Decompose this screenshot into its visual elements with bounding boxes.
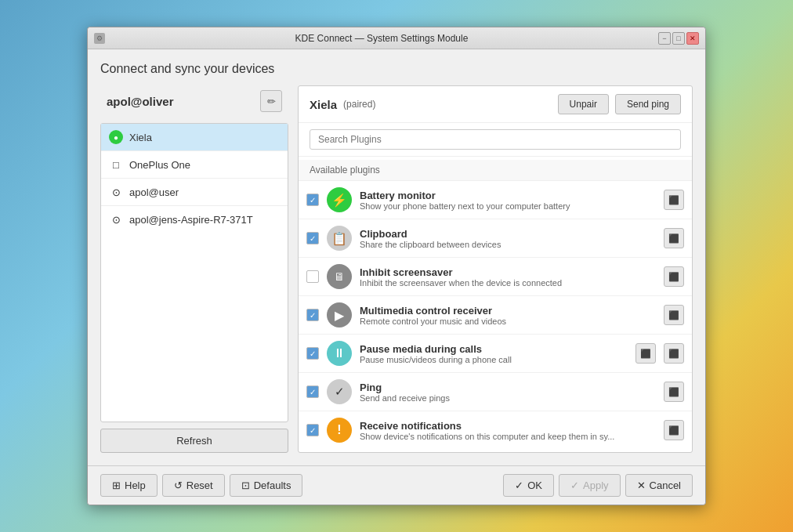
plugin-name-multimedia: Multimedia control receiver <box>360 305 656 317</box>
main-area: apol@oliver ✏ ● Xiela □ OnePlus One ⊙ ap… <box>100 85 693 453</box>
reset-button[interactable]: ↺ Reset <box>162 474 225 497</box>
plugin-extra-pause-media[interactable]: ⬛ <box>635 343 656 364</box>
plugin-item-pause-media: ✓ ⏸ Pause media during calls Pause music… <box>299 335 692 373</box>
plugin-item-clipboard: ✓ 📋 Clipboard Share the clipboard betwee… <box>299 219 692 258</box>
page-title: Connect and sync your devices <box>100 62 693 76</box>
plugin-desc-clipboard: Share the clipboard between devices <box>360 240 656 249</box>
apply-icon: ✓ <box>570 480 579 491</box>
defaults-button[interactable]: ⊡ Defaults <box>230 474 303 497</box>
plugin-settings-pause-media[interactable]: ⬛ <box>664 343 684 364</box>
close-button[interactable]: ✕ <box>686 32 699 45</box>
user-header: apol@oliver ✏ <box>100 85 288 117</box>
device-pair-status: (paired) <box>343 99 375 110</box>
right-panel: Xiela (paired) Unpair Send ping Availabl… <box>298 85 693 453</box>
plugin-item-battery-monitor: ✓ ⚡ Battery monitor Show your phone batt… <box>299 181 692 219</box>
device-label-apoluser: apol@user <box>129 186 179 198</box>
titlebar: ⚙ KDE Connect — System Settings Module −… <box>88 27 705 49</box>
window-icon: ⚙ <box>94 33 105 44</box>
defaults-icon: ⊡ <box>241 480 250 491</box>
ok-label: OK <box>527 480 542 491</box>
defaults-label: Defaults <box>254 480 291 491</box>
refresh-button[interactable]: Refresh <box>100 429 288 453</box>
device-label-xiela: Xiela <box>129 132 152 143</box>
plugin-item-receive-notifications: ✓ ! Receive notifications Show device's … <box>299 411 692 449</box>
plugin-settings-battery-monitor[interactable]: ⬛ <box>664 190 684 210</box>
plugins-list: Available plugins ✓ ⚡ Battery monitor Sh… <box>299 157 692 452</box>
search-bar <box>299 123 692 157</box>
device-list: ● Xiela □ OnePlus One ⊙ apol@user ⊙ apol… <box>100 123 288 422</box>
send-ping-button[interactable]: Send ping <box>615 94 681 114</box>
edit-username-button[interactable]: ✏ <box>260 90 282 112</box>
maximize-button[interactable]: □ <box>672 32 685 45</box>
ok-icon: ✓ <box>515 480 523 491</box>
device-icon-oneplus: □ <box>109 157 123 172</box>
left-panel: apol@oliver ✏ ● Xiela □ OnePlus One ⊙ ap… <box>100 85 288 453</box>
plugin-name-inhibit-screensaver: Inhibit screensaver <box>360 266 656 278</box>
plugin-name-pause-media: Pause media during calls <box>360 343 628 355</box>
plugin-desc-receive-notifications: Show device's notifications on this comp… <box>360 432 656 441</box>
device-header: Xiela (paired) Unpair Send ping <box>299 86 692 123</box>
plugin-checkbox-receive-notifications[interactable]: ✓ <box>306 424 319 436</box>
plugin-desc-multimedia: Remote control your music and videos <box>360 317 656 326</box>
device-icon-apoluser: ⊙ <box>109 185 123 199</box>
reset-label: Reset <box>186 480 213 491</box>
plugin-name-clipboard: Clipboard <box>360 228 656 240</box>
plugin-settings-multimedia[interactable]: ⬛ <box>664 305 684 325</box>
plugin-desc-inhibit-screensaver: Inhibit the screensaver when the device … <box>360 278 656 288</box>
device-label-oneplus: OnePlus One <box>129 159 190 171</box>
bottom-bar-left: ⊞ Help ↺ Reset ⊡ Defaults <box>100 474 302 497</box>
plugin-checkbox-pause-media[interactable]: ✓ <box>306 347 319 360</box>
titlebar-left: ⚙ <box>94 33 105 44</box>
apply-button[interactable]: ✓ Apply <box>559 474 621 497</box>
plugin-checkbox-battery-monitor[interactable]: ✓ <box>306 194 319 206</box>
window-content: Connect and sync your devices apol@olive… <box>88 49 705 465</box>
device-item-oneplus[interactable]: □ OnePlus One <box>101 151 288 179</box>
device-actions: Unpair Send ping <box>558 94 681 114</box>
device-item-apoluser[interactable]: ⊙ apol@user <box>101 179 288 206</box>
device-title: Xiela (paired) <box>310 98 375 111</box>
device-item-xiela[interactable]: ● Xiela <box>101 124 288 151</box>
plugin-checkbox-inhibit-screensaver[interactable] <box>306 270 319 283</box>
apply-label: Apply <box>583 480 609 491</box>
unpair-button[interactable]: Unpair <box>558 94 609 114</box>
plugin-settings-inhibit-screensaver[interactable]: ⬛ <box>664 266 684 287</box>
plugin-info-pause-media: Pause media during calls Pause music/vid… <box>360 343 628 364</box>
plugin-item-ping: ✓ ✓ Ping Send and receive pings ⬛ <box>299 373 692 411</box>
help-icon: ⊞ <box>112 480 121 491</box>
plugin-settings-receive-notifications[interactable]: ⬛ <box>664 420 684 440</box>
plugin-icon-receive-notifications: ! <box>327 418 352 443</box>
ok-button[interactable]: ✓ OK <box>503 474 554 497</box>
plugin-name-battery-monitor: Battery monitor <box>360 190 656 201</box>
plugin-name-ping: Ping <box>360 382 656 393</box>
plugin-info-receive-notifications: Receive notifications Show device's noti… <box>360 420 656 441</box>
plugin-checkbox-clipboard[interactable]: ✓ <box>306 232 319 244</box>
search-plugins-input[interactable] <box>310 129 681 150</box>
cancel-icon: ✕ <box>637 480 646 491</box>
plugin-info-inhibit-screensaver: Inhibit screensaver Inhibit the screensa… <box>360 266 656 288</box>
help-label: Help <box>125 480 146 491</box>
plugin-checkbox-ping[interactable]: ✓ <box>306 385 319 398</box>
device-icon-xiela: ● <box>109 130 123 144</box>
help-button[interactable]: ⊞ Help <box>100 474 158 497</box>
plugin-name-receive-notifications: Receive notifications <box>360 420 656 432</box>
cancel-button[interactable]: ✕ Cancel <box>625 474 693 497</box>
plugin-item-multimedia: ✓ ▶ Multimedia control receiver Remote c… <box>299 296 692 335</box>
plugin-info-multimedia: Multimedia control receiver Remote contr… <box>360 305 656 326</box>
plugin-settings-clipboard[interactable]: ⬛ <box>664 228 684 248</box>
plugin-checkbox-multimedia[interactable]: ✓ <box>306 309 319 321</box>
plugin-icon-pause-media: ⏸ <box>327 341 352 366</box>
device-label-apoljens: apol@jens-Aspire-R7-371T <box>129 214 253 226</box>
titlebar-controls: − □ ✕ <box>658 32 699 45</box>
plugin-settings-ping[interactable]: ⬛ <box>664 382 684 402</box>
plugins-header: Available plugins <box>299 160 692 181</box>
plugin-info-clipboard: Clipboard Share the clipboard between de… <box>360 228 656 249</box>
connected-device-name: Xiela <box>310 98 337 111</box>
plugin-desc-battery-monitor: Show your phone battery next to your com… <box>360 201 656 211</box>
username: apol@oliver <box>107 95 173 108</box>
minimize-button[interactable]: − <box>658 32 671 45</box>
device-item-apoljens[interactable]: ⊙ apol@jens-Aspire-R7-371T <box>101 206 288 233</box>
plugin-icon-inhibit-screensaver: 🖥 <box>327 264 352 289</box>
plugin-icon-multimedia: ▶ <box>327 302 352 328</box>
plugin-info-ping: Ping Send and receive pings <box>360 382 656 403</box>
plugin-icon-battery-monitor: ⚡ <box>327 187 352 212</box>
